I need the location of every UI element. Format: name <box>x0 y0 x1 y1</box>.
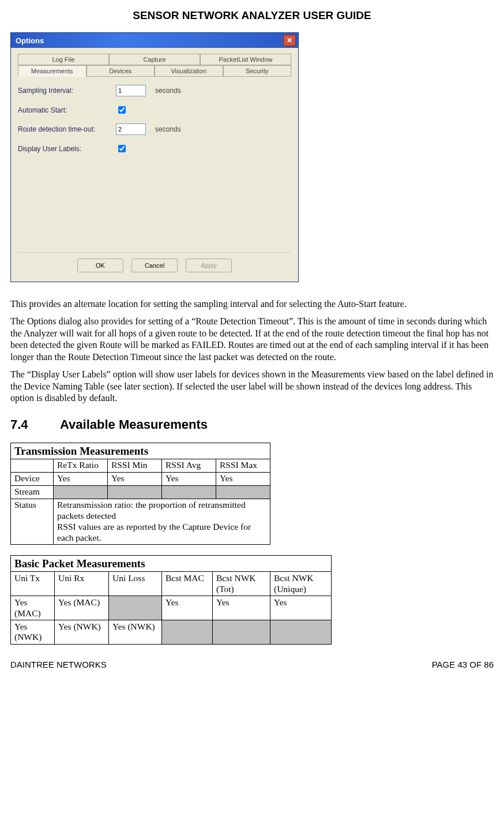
cell: ReTx Ratio <box>54 459 108 472</box>
section-heading: 7.4Available Measurements <box>10 417 494 432</box>
cell: RSSI Min <box>108 459 162 472</box>
tab-measurements[interactable]: Measurements <box>18 65 86 77</box>
tab-devices[interactable]: Devices <box>86 65 155 77</box>
section-title: Available Measurements <box>60 417 208 432</box>
cell: Yes (NWK) <box>55 620 109 645</box>
dialog-tabs: Log File Capture PacketList Window Measu… <box>18 54 291 77</box>
tab-security[interactable]: Security <box>223 65 292 77</box>
cell: Yes <box>54 472 108 485</box>
cell: Stream <box>11 485 54 499</box>
cell: Status <box>11 499 54 545</box>
table-row: Device Yes Yes Yes Yes <box>11 472 270 485</box>
footer-left: DAINTREE NETWORKS <box>10 660 107 669</box>
basic-packet-table: Basic Packet Measurements Uni Tx Uni Rx … <box>10 555 332 645</box>
cancel-button[interactable]: Cancel <box>131 259 178 272</box>
route-timeout-label: Route detection time-out: <box>18 125 116 133</box>
table-row: Status Retransmission ratio: the proport… <box>11 499 270 545</box>
ok-button[interactable]: OK <box>77 259 123 272</box>
paragraph-2: The Options dialog also provides for set… <box>10 316 494 363</box>
cell-grey <box>213 620 270 645</box>
document-header: SENSOR NETWORK ANALYZER USER GUIDE <box>10 9 494 22</box>
table-row: ReTx Ratio RSSI Min RSSI Avg RSSI Max <box>11 459 270 472</box>
sampling-label: Sampling Interval: <box>18 87 116 95</box>
cell: Bcst NWK (Tot) <box>213 572 270 596</box>
cell <box>11 459 54 472</box>
autostart-label: Automatic Start: <box>18 106 116 114</box>
cell: Device <box>11 472 54 485</box>
table-row: Yes (MAC) Yes (MAC) Yes Yes Yes <box>11 596 332 620</box>
cell: Yes <box>216 472 270 485</box>
cell-grey <box>216 485 270 499</box>
cell: Uni Tx <box>11 572 55 596</box>
sampling-unit: seconds <box>155 87 181 95</box>
cell: Yes <box>162 472 216 485</box>
tab-packetlist[interactable]: PacketList Window <box>200 54 291 65</box>
cell: Yes (MAC) <box>11 596 55 620</box>
cell-grey <box>109 596 162 620</box>
page-footer: DAINTREE NETWORKS PAGE 43 OF 86 <box>10 660 494 669</box>
tab-logfile[interactable]: Log File <box>18 54 109 65</box>
section-number: 7.4 <box>10 417 60 432</box>
cell: Yes <box>270 596 332 620</box>
table-row: Uni Tx Uni Rx Uni Loss Bcst MAC Bcst NWK… <box>11 572 332 596</box>
cell: RSSI Avg <box>162 459 216 472</box>
tab-capture[interactable]: Capture <box>109 54 200 65</box>
cell: Bcst MAC <box>162 572 213 596</box>
cell: Yes <box>108 472 162 485</box>
cell-grey <box>162 620 213 645</box>
display-labels-label: Display User Labels: <box>18 145 116 153</box>
display-labels-checkbox[interactable] <box>118 145 126 152</box>
table2-title: Basic Packet Measurements <box>11 556 332 572</box>
cell-grey <box>162 485 216 499</box>
cell: Bcst NWK (Unique) <box>270 572 332 596</box>
route-timeout-unit: seconds <box>155 125 181 133</box>
table-row: Yes (NWK) Yes (NWK) Yes (NWK) <box>11 620 332 645</box>
table1-title: Transmission Measurements <box>11 443 270 459</box>
paragraph-3: The “Display User Labels” option will sh… <box>10 369 494 404</box>
cell: Yes (NWK) <box>11 620 55 645</box>
route-timeout-input[interactable] <box>116 123 146 135</box>
cell: Yes (MAC) <box>55 596 109 620</box>
cell: Yes (NWK) <box>109 620 162 645</box>
options-dialog: Options ✕ Log File Capture PacketList Wi… <box>10 32 299 282</box>
dialog-titlebar: Options ✕ <box>11 33 298 48</box>
apply-button[interactable]: Apply <box>186 259 232 272</box>
cell: Uni Rx <box>55 572 109 596</box>
cell-grey <box>108 485 162 499</box>
paragraph-1: This provides an alternate location for … <box>10 298 494 310</box>
cell-grey <box>54 485 108 499</box>
cell-grey <box>270 620 332 645</box>
status-cell: Retransmission ratio: the proportion of … <box>54 499 270 545</box>
transmission-table: Transmission Measurements ReTx Ratio RSS… <box>10 443 270 545</box>
autostart-checkbox[interactable] <box>118 106 126 114</box>
table-row: Stream <box>11 485 270 499</box>
cell: Yes <box>162 596 213 620</box>
footer-right: PAGE 43 OF 86 <box>432 660 494 669</box>
close-icon[interactable]: ✕ <box>283 35 296 46</box>
tab-visualization[interactable]: Visualization <box>155 65 223 77</box>
cell: RSSI Max <box>216 459 270 472</box>
cell: Yes <box>213 596 270 620</box>
sampling-input[interactable] <box>116 85 146 96</box>
cell: Uni Loss <box>109 572 162 596</box>
dialog-title: Options <box>16 36 44 45</box>
